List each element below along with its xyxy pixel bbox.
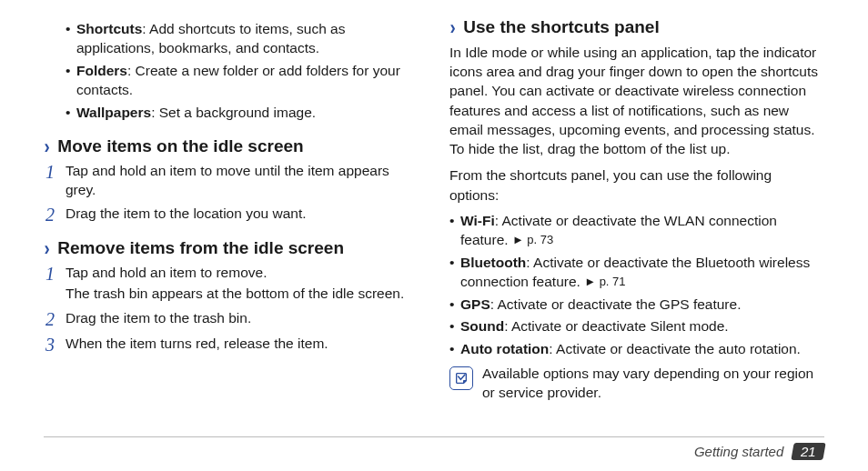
option-text: Auto rotation: Activate or deactivate th… (460, 340, 824, 359)
option-desc: : Activate or deactivate the WLAN connec… (460, 213, 777, 247)
option-item: • GPS: Activate or deactivate the GPS fe… (449, 296, 824, 315)
note-text: Available options may vary depending on … (482, 365, 824, 403)
columns: • Shortcuts: Add shortcuts to items, suc… (44, 16, 824, 426)
footer: Getting started 21 (44, 436, 824, 471)
option-item: • Bluetooth: Activate or deactivate the … (449, 254, 824, 292)
section-title: Move items on the idle screen (57, 136, 303, 156)
page-ref: ► p. 73 (512, 233, 553, 246)
option-desc: : Activate or deactivate Silent mode. (504, 318, 728, 334)
bullet-item: • Folders: Create a new folder or add fo… (66, 62, 419, 100)
note-icon (449, 366, 473, 390)
step-text: Drag the item to the location you want. (66, 205, 419, 225)
bullet-term: Wallpapers (76, 105, 151, 120)
bullet-text: Folders: Create a new folder or add fold… (76, 62, 419, 100)
bullet-item: • Shortcuts: Add shortcuts to items, suc… (66, 20, 419, 58)
step-number: 2 (44, 205, 66, 225)
bullet-item: • Wallpapers: Set a background image. (66, 104, 419, 123)
option-text: GPS: Activate or deactivate the GPS feat… (460, 296, 824, 315)
step-text: Drag the item to the trash bin. (66, 309, 419, 329)
option-term: Auto rotation (460, 341, 549, 356)
option-desc: : Activate or deactivate the auto rotati… (549, 341, 801, 356)
option-term: Sound (460, 318, 504, 334)
paragraph: From the shortcuts panel, you can use th… (449, 165, 824, 204)
option-item: • Sound: Activate or deactivate Silent m… (449, 317, 824, 336)
step: 1 Tap and hold an item to move until the… (44, 162, 419, 200)
option-desc: : Activate or deactivate the GPS feature… (490, 296, 742, 312)
option-term: Bluetooth (460, 255, 526, 270)
step-number: 1 (44, 264, 66, 304)
step-sub: The trash bin appears at the bottom of t… (66, 285, 419, 304)
step: 3 When the item turns red, release the i… (44, 335, 419, 355)
bullet-icon: • (449, 296, 460, 315)
step-text: Tap and hold an item to move until the i… (66, 162, 419, 200)
bullet-icon: • (449, 317, 460, 336)
option-term: GPS (460, 296, 490, 312)
section-title: Use the shortcuts panel (463, 17, 659, 37)
step-text: When the item turns red, release the ite… (66, 335, 419, 355)
section-heading: › Remove items from the idle screen (44, 237, 419, 258)
bullet-icon: • (66, 20, 76, 58)
chevron-icon: › (45, 239, 50, 259)
step: 2 Drag the item to the location you want… (44, 205, 419, 225)
page-number: 21 (801, 444, 816, 459)
left-column: • Shortcuts: Add shortcuts to items, suc… (44, 16, 419, 426)
section-heading: › Move items on the idle screen (44, 135, 419, 156)
step: 2 Drag the item to the trash bin. (44, 309, 419, 329)
section-title: Remove items from the idle screen (57, 238, 344, 258)
step: 1 Tap and hold an item to remove. The tr… (44, 264, 419, 304)
step-main: Tap and hold an item to remove. (66, 265, 267, 280)
option-text: Wi-Fi: Activate or deactivate the WLAN c… (460, 212, 824, 250)
chevron-icon: › (45, 137, 50, 157)
option-item: • Wi-Fi: Activate or deactivate the WLAN… (449, 212, 824, 250)
option-text: Sound: Activate or deactivate Silent mod… (460, 317, 824, 336)
bullet-icon: • (449, 340, 460, 359)
footer-section-name: Getting started (694, 444, 783, 459)
section-heading: › Use the shortcuts panel (449, 16, 824, 37)
bullet-text: Wallpapers: Set a background image. (76, 104, 419, 123)
page-number-badge: 21 (792, 443, 826, 460)
option-item: • Auto rotation: Activate or deactivate … (449, 340, 824, 359)
step-number: 3 (44, 335, 66, 355)
chevron-icon: › (450, 18, 456, 38)
manual-page: • Shortcuts: Add shortcuts to items, suc… (0, 0, 868, 471)
step-number: 2 (44, 309, 66, 329)
step-text: Tap and hold an item to remove. The tras… (66, 264, 419, 304)
option-text: Bluetooth: Activate or deactivate the Bl… (460, 254, 824, 292)
bullet-term: Folders (76, 63, 127, 78)
note: Available options may vary depending on … (449, 365, 824, 403)
step-number: 1 (44, 162, 66, 200)
bullet-desc: : Set a background image. (151, 105, 316, 120)
bullet-icon: • (66, 104, 76, 123)
bullet-icon: • (449, 254, 460, 292)
paragraph: In Idle mode or while using an applicati… (449, 43, 824, 158)
bullet-icon: • (449, 212, 460, 250)
bullet-icon: • (66, 62, 76, 100)
page-ref: ► p. 71 (584, 275, 625, 288)
right-column: › Use the shortcuts panel In Idle mode o… (449, 16, 824, 426)
bullet-text: Shortcuts: Add shortcuts to items, such … (76, 20, 419, 58)
option-term: Wi-Fi (460, 213, 495, 228)
bullet-term: Shortcuts (76, 21, 142, 36)
